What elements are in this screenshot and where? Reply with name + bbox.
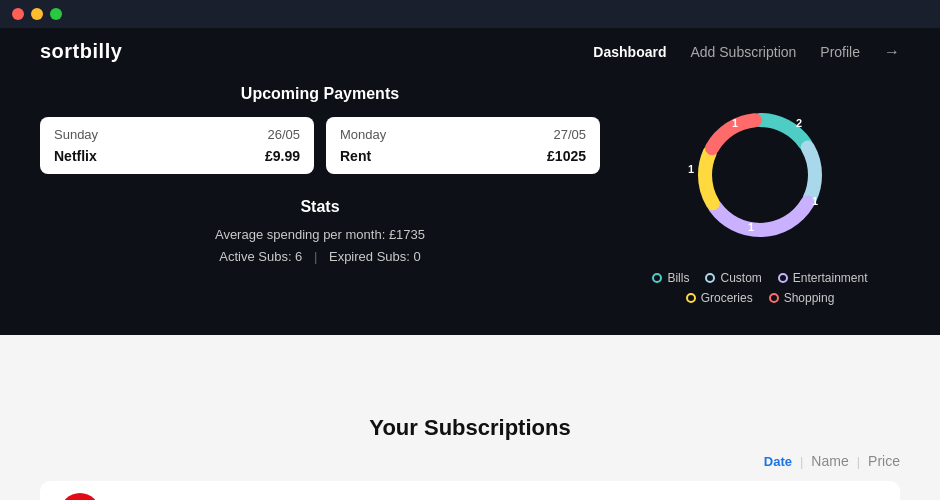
legend-bills: Bills xyxy=(652,271,689,285)
logout-icon[interactable]: → xyxy=(884,43,900,61)
maximize-button[interactable] xyxy=(50,8,62,20)
card-day-1: Monday xyxy=(340,127,386,142)
card-amount-1: £1025 xyxy=(547,148,586,164)
donut-label-left: 1 xyxy=(688,163,694,175)
payment-card-netflix: Sunday 26/05 Netflix £9.99 xyxy=(40,117,314,174)
right-panel: 1 2 1 1 1 Bills Custom Entertainment xyxy=(620,85,900,305)
close-button[interactable] xyxy=(12,8,24,20)
bottom-section: Your Subscriptions Date | Name | Price N… xyxy=(0,395,940,500)
legend-entertainment-dot xyxy=(778,273,788,283)
logo-text: sortbilly xyxy=(40,40,122,62)
stats-title: Stats xyxy=(40,198,600,216)
legend-groceries-dot xyxy=(686,293,696,303)
legend-bills-label: Bills xyxy=(667,271,689,285)
sort-bar: Date | Name | Price xyxy=(40,453,900,469)
sort-date[interactable]: Date xyxy=(764,454,792,469)
logo-bold: billy xyxy=(80,40,123,62)
legend-groceries: Groceries xyxy=(686,291,753,305)
netflix-icon: N xyxy=(60,493,100,500)
active-subs: Active Subs: 6 xyxy=(219,249,302,264)
sort-price[interactable]: Price xyxy=(868,453,900,469)
main-dark-content: Upcoming Payments Sunday 26/05 Netflix £… xyxy=(0,75,940,335)
title-bar xyxy=(0,0,940,28)
nav-dashboard[interactable]: Dashboard xyxy=(593,44,666,60)
card-date-0: 26/05 xyxy=(267,127,300,142)
legend-custom-label: Custom xyxy=(720,271,761,285)
navbar: sortbilly Dashboard Add Subscription Pro… xyxy=(0,28,940,75)
upcoming-cards: Sunday 26/05 Netflix £9.99 Monday 27/05 … xyxy=(40,117,600,174)
legend-shopping-dot xyxy=(769,293,779,303)
legend-custom: Custom xyxy=(705,271,761,285)
nav-links: Dashboard Add Subscription Profile → xyxy=(593,43,900,61)
logo: sortbilly xyxy=(40,40,122,63)
stats-counts: Active Subs: 6 | Expired Subs: 0 xyxy=(40,246,600,268)
payment-card-rent: Monday 27/05 Rent £1025 xyxy=(326,117,600,174)
sort-divider-2: | xyxy=(857,454,860,469)
card-date-1: 27/05 xyxy=(553,127,586,142)
left-panel: Upcoming Payments Sunday 26/05 Netflix £… xyxy=(40,85,600,305)
upcoming-title: Upcoming Payments xyxy=(40,85,600,103)
donut-svg xyxy=(680,95,840,255)
stats-average: Average spending per month: £1735 xyxy=(40,224,600,246)
sort-divider-1: | xyxy=(800,454,803,469)
legend-shopping: Shopping xyxy=(769,291,835,305)
legend-entertainment: Entertainment xyxy=(778,271,868,285)
subscriptions-title: Your Subscriptions xyxy=(40,395,900,453)
legend-entertainment-label: Entertainment xyxy=(793,271,868,285)
donut-label-right: 1 xyxy=(812,195,818,207)
subscription-row-netflix: N Netflix MONTHLY - Entertainment £9.99 xyxy=(40,481,900,500)
donut-chart: 1 2 1 1 1 xyxy=(680,95,840,255)
nav-profile[interactable]: Profile xyxy=(820,44,860,60)
legend-shopping-label: Shopping xyxy=(784,291,835,305)
expired-subs: Expired Subs: 0 xyxy=(329,249,421,264)
minimize-button[interactable] xyxy=(31,8,43,20)
nav-add-subscription[interactable]: Add Subscription xyxy=(690,44,796,60)
top-section: sortbilly Dashboard Add Subscription Pro… xyxy=(0,28,940,335)
wave-separator xyxy=(0,335,940,395)
donut-label-bottom: 1 xyxy=(748,221,754,233)
stats-divider: | xyxy=(314,249,321,264)
card-day-0: Sunday xyxy=(54,127,98,142)
legend-groceries-label: Groceries xyxy=(701,291,753,305)
chart-legend: Bills Custom Entertainment Groceries Sho… xyxy=(620,271,900,305)
card-name-0: Netflix xyxy=(54,148,97,164)
legend-custom-dot xyxy=(705,273,715,283)
sort-name[interactable]: Name xyxy=(811,453,848,469)
card-name-1: Rent xyxy=(340,148,371,164)
donut-label-top-left: 1 xyxy=(732,117,738,129)
legend-bills-dot xyxy=(652,273,662,283)
card-amount-0: £9.99 xyxy=(265,148,300,164)
stats-section: Stats Average spending per month: £1735 … xyxy=(40,198,600,268)
donut-label-top-right: 2 xyxy=(796,117,802,129)
